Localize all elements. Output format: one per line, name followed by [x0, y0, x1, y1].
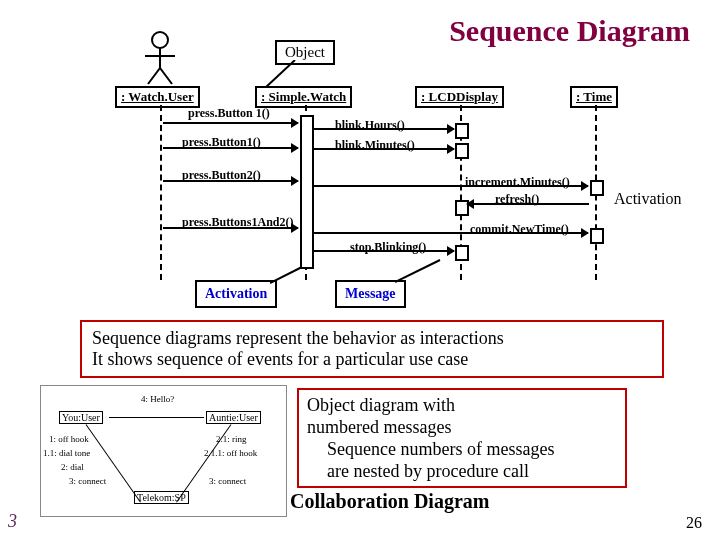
activation-simplewatch: [300, 115, 314, 269]
rt-l1: Object diagram with: [307, 394, 617, 416]
tail-message: [395, 258, 445, 283]
page-number-left: 3: [8, 511, 17, 532]
arrow-m8: [163, 227, 298, 229]
collab-node-telekom: Telekom:SP: [134, 491, 189, 504]
lifeline-watchuser: : Watch.User: [115, 86, 200, 108]
rt-l2: numbered messages: [307, 416, 617, 438]
activation-lcd-4: [455, 245, 469, 261]
arrow-m3: [312, 128, 454, 130]
activation-time-2: [590, 228, 604, 244]
msg-blinkhours: blink.Hours(): [335, 118, 405, 133]
caption-box-1: Sequence diagrams represent the behavior…: [80, 320, 664, 378]
msg-incrementminutes: increment.Minutes(): [465, 175, 570, 190]
right-text-box: Object diagram with numbered messages Se…: [297, 388, 627, 488]
svg-point-1: [152, 32, 168, 48]
collab-e2: 1: off hook: [49, 434, 89, 444]
msg-commitnewtime: commit.NewTime(): [470, 222, 569, 237]
activation-lcd-1: [455, 123, 469, 139]
cl2: [86, 424, 141, 502]
collab-node-you: You:User: [59, 411, 103, 424]
activation-label-right: Activation: [614, 190, 682, 208]
collab-title: Collaboration Diagram: [290, 490, 489, 513]
activation-callout-left: Activation: [195, 280, 277, 308]
caption1-line1: Sequence diagrams represent the behavior…: [92, 328, 652, 349]
page-number-right: 26: [686, 514, 702, 532]
arrow-m5: [163, 180, 298, 182]
slide-title: Sequence Diagram: [449, 14, 690, 48]
collaboration-diagram-thumb: You:User Auntie:User Telekom:SP 4: Hello…: [40, 385, 287, 517]
tail-activation-left: [270, 265, 310, 285]
cl1: [109, 417, 204, 418]
lifeline-simplewatch: : Simple.Watch: [255, 86, 352, 108]
collab-e8: 3: connect: [209, 476, 246, 486]
svg-line-0: [265, 60, 295, 88]
arrow-m10: [312, 250, 454, 252]
lifeline-time: : Time: [570, 86, 618, 108]
msg-pressbutton1: press.Button 1(): [188, 108, 270, 119]
activation-time-1: [590, 180, 604, 196]
svg-line-6: [270, 267, 302, 283]
collab-e1: 4: Hello?: [141, 394, 174, 404]
msg-text: press.Button 1(): [188, 106, 270, 120]
svg-line-4: [148, 68, 160, 84]
svg-line-7: [395, 260, 440, 282]
arrow-m2: [163, 147, 298, 149]
arrow-m7: [467, 203, 589, 205]
collab-e4: 2: dial: [61, 462, 84, 472]
rt-l3: Sequence numbers of messages: [327, 438, 617, 460]
collab-e3: 1.1: dial tone: [43, 448, 90, 458]
arrow-m1: [163, 122, 298, 124]
caption1-line2: It shows sequence of events for a partic…: [92, 349, 652, 370]
msg-blinkminutes: blink.Minutes(): [335, 138, 415, 153]
svg-line-5: [160, 68, 172, 84]
rt-l4: are nested by procedure call: [327, 460, 617, 482]
dash-watchuser: [160, 105, 162, 280]
msg-stopblinking: stop.Blinking(): [350, 240, 426, 255]
collab-node-auntie: Auntie:User: [206, 411, 261, 424]
arrow-m6: [312, 185, 588, 187]
actor-stick-figure: [140, 30, 180, 85]
activation-lcd-2: [455, 143, 469, 159]
cl3: [176, 424, 231, 502]
arrow-m9: [312, 232, 588, 234]
collab-e7: 3: connect: [69, 476, 106, 486]
message-callout: Message: [335, 280, 406, 308]
arrow-m4: [312, 148, 454, 150]
